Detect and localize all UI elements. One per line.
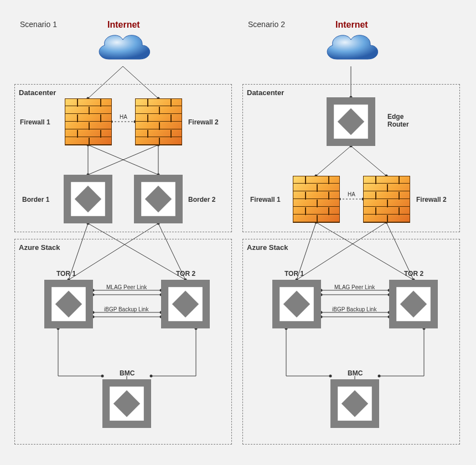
cloud-icon xyxy=(92,29,153,67)
scenario1-datacenter-label: Datacenter xyxy=(19,88,56,97)
firewall-icon xyxy=(363,176,410,223)
scenario1-ibgp-label: iBGP Backup Link xyxy=(104,306,148,312)
scenario1-tor2-label: TOR 2 xyxy=(176,270,195,278)
switch-icon xyxy=(64,175,112,223)
scenario1-border2-label: Border 2 xyxy=(188,196,215,203)
scenario2-ha-label: HA xyxy=(348,191,355,197)
scenario1-bmc-label: BMC xyxy=(120,369,134,377)
scenario1-firewall2-label: Firewall 2 xyxy=(188,118,219,126)
firewall-icon xyxy=(135,98,182,145)
scenario2-ibgp-label: iBGP Backup Link xyxy=(332,306,376,312)
scenario1-tor1-label: TOR 1 xyxy=(56,270,76,278)
scenario2-datacenter-label: Datacenter xyxy=(247,88,284,97)
switch-icon xyxy=(44,280,93,328)
switch-icon xyxy=(330,379,379,428)
switch-icon xyxy=(161,280,210,328)
firewall-icon xyxy=(293,176,340,223)
firewall-icon xyxy=(65,98,112,145)
switch-icon xyxy=(134,175,183,223)
scenario1-ha-label: HA xyxy=(120,114,127,120)
scenario2-firewall1-label: Firewall 1 xyxy=(250,196,281,203)
scenario1-border1-label: Border 1 xyxy=(22,196,49,203)
switch-icon xyxy=(389,280,438,328)
scenario1-datacenter-region xyxy=(14,84,232,232)
switch-icon xyxy=(272,280,321,328)
scenario1-title: Scenario 1 xyxy=(20,20,57,29)
switch-icon xyxy=(102,379,151,428)
scenario1-mlag-label: MLAG Peer Link xyxy=(106,284,147,290)
scenario2-bmc-label: BMC xyxy=(348,369,363,377)
scenario1-firewall1-label: Firewall 1 xyxy=(20,118,50,126)
cloud-icon xyxy=(320,29,381,67)
scenario2-firewall2-label: Firewall 2 xyxy=(416,196,447,203)
scenario2-tor2-label: TOR 2 xyxy=(404,270,423,278)
scenario2-azurestack-label: Azure Stack xyxy=(247,243,288,252)
switch-icon xyxy=(327,97,375,146)
scenario2-mlag-label: MLAG Peer Link xyxy=(334,284,375,290)
scenario2-edge-router-label: Edge Router xyxy=(387,113,409,128)
scenario2-tor1-label: TOR 1 xyxy=(284,270,304,278)
scenario2-title: Scenario 2 xyxy=(248,20,285,29)
scenario1-azurestack-label: Azure Stack xyxy=(19,243,60,252)
